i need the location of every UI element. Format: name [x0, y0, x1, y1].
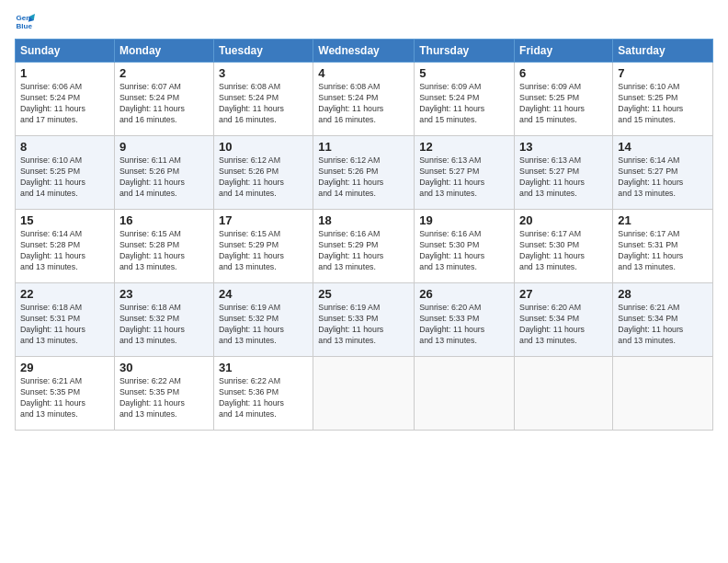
day-number: 30	[119, 361, 209, 374]
day-info: Sunrise: 6:08 AMSunset: 5:24 PMDaylight:…	[318, 82, 409, 126]
day-info: Sunrise: 6:08 AMSunset: 5:24 PMDaylight:…	[219, 82, 308, 126]
day-info: Sunrise: 6:21 AMSunset: 5:34 PMDaylight:…	[618, 303, 708, 347]
day-info: Sunrise: 6:19 AMSunset: 5:33 PMDaylight:…	[318, 303, 409, 347]
day-number: 14	[618, 140, 708, 154]
calendar-cell: 20Sunrise: 6:17 AMSunset: 5:30 PMDayligh…	[515, 210, 613, 283]
calendar-cell	[515, 357, 613, 431]
calendar-cell: 12Sunrise: 6:13 AMSunset: 5:27 PMDayligh…	[415, 136, 515, 210]
day-info: Sunrise: 6:22 AMSunset: 5:36 PMDaylight:…	[219, 376, 308, 420]
day-number: 13	[519, 140, 608, 154]
calendar-cell: 13Sunrise: 6:13 AMSunset: 5:27 PMDayligh…	[515, 136, 613, 210]
day-info: Sunrise: 6:11 AMSunset: 5:26 PMDaylight:…	[119, 155, 209, 200]
day-number: 17	[219, 213, 308, 227]
day-number: 29	[20, 361, 109, 374]
day-number: 6	[519, 66, 608, 80]
logo: General Blue	[15, 11, 39, 31]
calendar-cell: 11Sunrise: 6:12 AMSunset: 5:26 PMDayligh…	[313, 136, 415, 210]
day-number: 21	[618, 213, 708, 227]
calendar-cell: 5Sunrise: 6:09 AMSunset: 5:24 PMDaylight…	[415, 63, 515, 136]
calendar-cell: 23Sunrise: 6:18 AMSunset: 5:32 PMDayligh…	[114, 283, 213, 357]
calendar-cell: 24Sunrise: 6:19 AMSunset: 5:32 PMDayligh…	[214, 283, 313, 357]
day-info: Sunrise: 6:16 AMSunset: 5:29 PMDaylight:…	[318, 229, 409, 273]
calendar-cell: 10Sunrise: 6:12 AMSunset: 5:26 PMDayligh…	[214, 136, 313, 210]
day-info: Sunrise: 6:15 AMSunset: 5:28 PMDaylight:…	[119, 229, 209, 273]
calendar-table: SundayMondayTuesdayWednesdayThursdayFrid…	[15, 39, 713, 431]
calendar-cell: 17Sunrise: 6:15 AMSunset: 5:29 PMDayligh…	[214, 210, 313, 283]
day-info: Sunrise: 6:18 AMSunset: 5:31 PMDaylight:…	[20, 303, 109, 347]
day-number: 16	[119, 213, 209, 227]
day-info: Sunrise: 6:10 AMSunset: 5:25 PMDaylight:…	[618, 82, 708, 126]
calendar-cell: 14Sunrise: 6:14 AMSunset: 5:27 PMDayligh…	[613, 136, 713, 210]
day-number: 26	[419, 287, 509, 301]
calendar-week-1: 1Sunrise: 6:06 AMSunset: 5:24 PMDaylight…	[16, 63, 713, 136]
calendar-cell	[415, 357, 515, 431]
header-friday: Friday	[515, 40, 613, 63]
day-info: Sunrise: 6:06 AMSunset: 5:24 PMDaylight:…	[20, 82, 109, 126]
day-number: 4	[318, 66, 409, 80]
calendar-cell: 27Sunrise: 6:20 AMSunset: 5:34 PMDayligh…	[515, 283, 613, 357]
calendar-cell: 3Sunrise: 6:08 AMSunset: 5:24 PMDaylight…	[214, 63, 313, 136]
calendar-cell: 15Sunrise: 6:14 AMSunset: 5:28 PMDayligh…	[16, 210, 115, 283]
calendar-cell	[313, 357, 415, 431]
calendar-cell: 4Sunrise: 6:08 AMSunset: 5:24 PMDaylight…	[313, 63, 415, 136]
day-number: 2	[119, 66, 209, 80]
day-number: 11	[318, 140, 409, 154]
page-header: General Blue	[15, 11, 713, 31]
day-number: 28	[618, 287, 708, 301]
day-number: 25	[318, 287, 409, 301]
header-monday: Monday	[114, 40, 213, 63]
day-number: 10	[219, 140, 308, 154]
header-saturday: Saturday	[613, 40, 713, 63]
day-info: Sunrise: 6:14 AMSunset: 5:27 PMDaylight:…	[618, 155, 708, 200]
day-number: 15	[20, 213, 109, 227]
calendar-cell: 25Sunrise: 6:19 AMSunset: 5:33 PMDayligh…	[313, 283, 415, 357]
day-info: Sunrise: 6:09 AMSunset: 5:24 PMDaylight:…	[419, 82, 509, 126]
day-info: Sunrise: 6:22 AMSunset: 5:35 PMDaylight:…	[119, 376, 209, 420]
day-info: Sunrise: 6:13 AMSunset: 5:27 PMDaylight:…	[519, 155, 608, 200]
day-number: 22	[20, 287, 109, 301]
calendar-cell: 29Sunrise: 6:21 AMSunset: 5:35 PMDayligh…	[16, 357, 115, 431]
day-info: Sunrise: 6:09 AMSunset: 5:25 PMDaylight:…	[519, 82, 608, 126]
day-info: Sunrise: 6:18 AMSunset: 5:32 PMDaylight:…	[119, 303, 209, 347]
calendar-cell: 22Sunrise: 6:18 AMSunset: 5:31 PMDayligh…	[16, 283, 115, 357]
day-number: 27	[519, 287, 608, 301]
day-info: Sunrise: 6:19 AMSunset: 5:32 PMDaylight:…	[219, 303, 308, 347]
day-number: 12	[419, 140, 509, 154]
calendar-cell: 31Sunrise: 6:22 AMSunset: 5:36 PMDayligh…	[214, 357, 313, 431]
calendar-cell: 19Sunrise: 6:16 AMSunset: 5:30 PMDayligh…	[415, 210, 515, 283]
day-info: Sunrise: 6:07 AMSunset: 5:24 PMDaylight:…	[119, 82, 209, 126]
calendar-week-4: 22Sunrise: 6:18 AMSunset: 5:31 PMDayligh…	[16, 283, 713, 357]
calendar-week-3: 15Sunrise: 6:14 AMSunset: 5:28 PMDayligh…	[16, 210, 713, 283]
day-number: 8	[20, 140, 109, 154]
day-info: Sunrise: 6:12 AMSunset: 5:26 PMDaylight:…	[219, 155, 308, 200]
svg-text:Blue: Blue	[16, 22, 32, 30]
calendar-cell: 26Sunrise: 6:20 AMSunset: 5:33 PMDayligh…	[415, 283, 515, 357]
header-thursday: Thursday	[415, 40, 515, 63]
day-number: 20	[519, 213, 608, 227]
header-sunday: Sunday	[16, 40, 115, 63]
calendar-cell: 18Sunrise: 6:16 AMSunset: 5:29 PMDayligh…	[313, 210, 415, 283]
day-number: 23	[119, 287, 209, 301]
day-info: Sunrise: 6:21 AMSunset: 5:35 PMDaylight:…	[20, 376, 109, 420]
calendar-cell: 1Sunrise: 6:06 AMSunset: 5:24 PMDaylight…	[16, 63, 115, 136]
day-number: 19	[419, 213, 509, 227]
calendar-cell: 7Sunrise: 6:10 AMSunset: 5:25 PMDaylight…	[613, 63, 713, 136]
day-info: Sunrise: 6:10 AMSunset: 5:25 PMDaylight:…	[20, 155, 109, 200]
calendar-cell: 8Sunrise: 6:10 AMSunset: 5:25 PMDaylight…	[16, 136, 115, 210]
header-tuesday: Tuesday	[214, 40, 313, 63]
day-info: Sunrise: 6:15 AMSunset: 5:29 PMDaylight:…	[219, 229, 308, 273]
day-number: 5	[419, 66, 509, 80]
day-number: 3	[219, 66, 308, 80]
calendar-header-row: SundayMondayTuesdayWednesdayThursdayFrid…	[16, 40, 713, 63]
calendar-cell: 2Sunrise: 6:07 AMSunset: 5:24 PMDaylight…	[114, 63, 213, 136]
calendar-week-5: 29Sunrise: 6:21 AMSunset: 5:35 PMDayligh…	[16, 357, 713, 431]
calendar-cell	[613, 357, 713, 431]
day-info: Sunrise: 6:12 AMSunset: 5:26 PMDaylight:…	[318, 155, 409, 200]
day-number: 31	[219, 361, 308, 374]
day-number: 24	[219, 287, 308, 301]
header-wednesday: Wednesday	[313, 40, 415, 63]
day-info: Sunrise: 6:20 AMSunset: 5:34 PMDaylight:…	[519, 303, 608, 347]
calendar-cell: 21Sunrise: 6:17 AMSunset: 5:31 PMDayligh…	[613, 210, 713, 283]
calendar-cell: 28Sunrise: 6:21 AMSunset: 5:34 PMDayligh…	[613, 283, 713, 357]
day-info: Sunrise: 6:17 AMSunset: 5:31 PMDaylight:…	[618, 229, 708, 273]
